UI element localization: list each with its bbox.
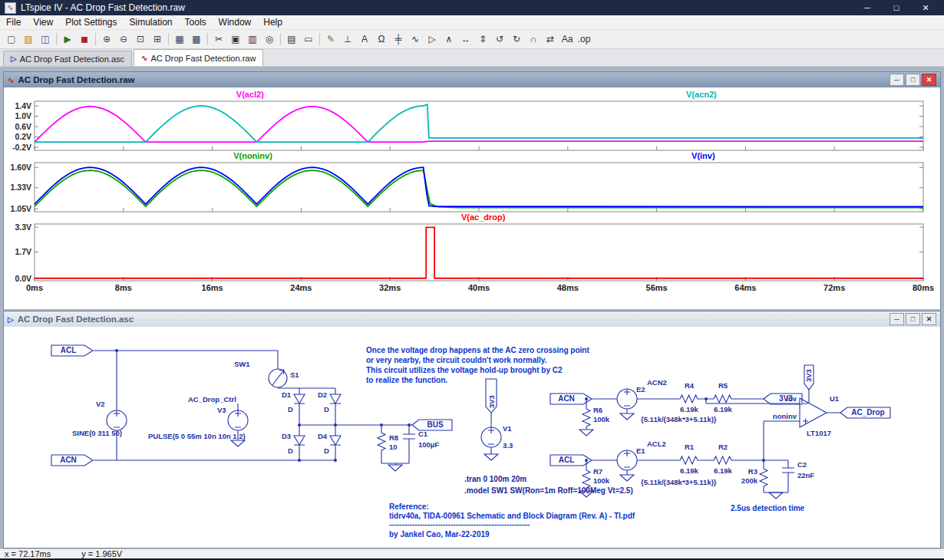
diode-d4[interactable] (330, 436, 341, 445)
waveform-window-titlebar[interactable]: ∿ AC Drop Fast Detection.raw ─ □ ✕ (4, 72, 940, 87)
halt-icon[interactable]: ◼ (76, 31, 93, 47)
d4-value: D (324, 446, 329, 455)
redo-icon[interactable]: ↻ (508, 31, 525, 47)
waveform-close-button[interactable]: ✕ (922, 74, 936, 86)
resistor-r8[interactable] (378, 430, 385, 453)
d2-value: D (324, 405, 329, 413)
resistor-r3[interactable] (760, 466, 767, 489)
schematic-close-button[interactable]: ✕ (922, 313, 936, 325)
spice-directive-icon[interactable]: .op (576, 31, 592, 47)
annotation-line-2: or very nearby, the circuit couldn't wor… (366, 356, 547, 364)
menu-window[interactable]: Window (213, 15, 258, 29)
menu-file[interactable]: File (0, 15, 27, 29)
diode-d2[interactable] (330, 394, 341, 404)
net-flag-3v3-opamp[interactable]: 3V3 (804, 365, 814, 390)
voltage-source-v1[interactable] (481, 427, 501, 447)
waveform-pane-1[interactable]: 1.4V1.0V0.6V0.2V-0.2V (4, 100, 940, 151)
diode-icon[interactable]: ▷ (424, 31, 441, 47)
switch-s1[interactable] (269, 369, 287, 387)
component-icon[interactable]: ∧ (441, 31, 457, 47)
behavioral-source-e1[interactable] (617, 450, 637, 470)
menu-plot-settings[interactable]: Plot Settings (59, 15, 123, 29)
resistor-r2[interactable] (711, 456, 734, 464)
waveform-pane-3[interactable]: 3.3V1.7V0.0V (4, 223, 940, 282)
zoom-full-icon[interactable]: ⊡ (132, 31, 149, 47)
menu-simulation[interactable]: Simulation (124, 15, 179, 29)
net-flag-ac-drop[interactable]: AC_Drop (840, 407, 890, 418)
print-icon[interactable]: ▤ (283, 31, 300, 47)
diode-d1[interactable] (294, 394, 305, 404)
zoom-in-icon[interactable]: ⊕ (98, 31, 115, 47)
menu-view[interactable]: View (27, 15, 59, 29)
undo-icon[interactable]: ↺ (491, 31, 508, 47)
mirror-icon[interactable]: ⇄ (542, 31, 559, 47)
grid-icon[interactable]: ▩ (188, 31, 205, 47)
tab-schematic[interactable]: ▷ AC Drop Fast Detection.asc (3, 51, 132, 66)
schematic-restore-button[interactable]: □ (906, 313, 920, 325)
schematic-tab-icon: ▷ (11, 54, 17, 63)
capacitor-c2[interactable] (782, 468, 794, 473)
behavioral-source-e2[interactable] (617, 389, 637, 409)
copy-icon[interactable]: ▣ (227, 31, 244, 47)
move-icon[interactable]: ↔ (457, 31, 474, 47)
net-flag-acl-left[interactable]: ACL (51, 345, 93, 356)
ground-icon[interactable]: ⊥ (339, 31, 356, 47)
voltage-source-v3[interactable] (228, 410, 248, 430)
tab-waveform[interactable]: ∿ AC Drop Fast Detection.raw (134, 49, 263, 66)
new-file-icon[interactable]: ▢ (3, 31, 20, 47)
text-icon[interactable]: Aa (559, 31, 576, 47)
autorange-icon[interactable]: ⊞ (149, 31, 166, 47)
voltage-source-v2[interactable] (107, 410, 127, 430)
save-file-icon[interactable]: ◫ (37, 31, 54, 47)
waveform-restore-button[interactable]: □ (906, 74, 920, 86)
minimize-button[interactable]: ─ (857, 3, 878, 12)
resistor-icon[interactable]: Ω (373, 31, 390, 47)
close-button[interactable]: ✕ (915, 3, 936, 13)
print-preview-icon[interactable]: ▭ (300, 31, 317, 47)
zoom-out-icon[interactable]: ⊖ (115, 31, 132, 47)
net-flag-3v3-v1[interactable]: 3V3 (486, 379, 497, 413)
trace-label-vacdrop[interactable]: V(ac_drop) (461, 212, 505, 222)
rotate-icon[interactable]: ∩ (525, 31, 542, 47)
diode-d3[interactable] (294, 436, 305, 445)
menu-tools[interactable]: Tools (179, 15, 213, 29)
waveform-pane-2[interactable]: 1.60V1.33V1.05V (4, 162, 940, 212)
net-label-icon[interactable]: A (356, 31, 373, 47)
schematic-canvas[interactable]: ACL ACN BUS ACN (4, 327, 940, 545)
net-label-acl: ACL (61, 346, 77, 354)
trace-label-vacn2[interactable]: V(acn2) (686, 90, 717, 99)
schematic-minimize-button[interactable]: ─ (890, 313, 904, 325)
pane2-trace-labels: V(noninv)V(inv) (4, 151, 940, 162)
svg-text:1.4V: 1.4V (15, 101, 31, 110)
trace-label-vacl2[interactable]: V(acl2) (236, 90, 264, 99)
run-icon[interactable]: ▶ (59, 31, 76, 47)
resistor-r6[interactable] (583, 407, 590, 430)
resistor-r4[interactable] (678, 395, 701, 403)
capacitor-icon[interactable]: ╪ (390, 31, 407, 47)
open-file-icon[interactable]: ▨ (20, 31, 37, 47)
trace-label-vinv[interactable]: V(inv) (691, 151, 715, 160)
schematic-window-titlebar[interactable]: ▷ AC Drop Fast Detection.asc ─ □ ✕ (4, 311, 940, 327)
drag-icon[interactable]: ⇕ (474, 31, 491, 47)
tab-schematic-label: AC Drop Fast Detection.asc (20, 54, 124, 64)
net-flag-acn-left[interactable]: ACN (51, 455, 93, 466)
cut-icon[interactable]: ✂ (210, 31, 227, 47)
opamp-u1[interactable] (800, 398, 827, 427)
resistor-r5[interactable] (711, 395, 734, 403)
maximize-button[interactable]: □ (886, 3, 907, 12)
waveform-tab-icon: ∿ (141, 54, 147, 62)
menu-help[interactable]: Help (257, 15, 289, 29)
resistor-r1[interactable] (678, 456, 701, 464)
reference-line-1: Reference: (389, 502, 429, 511)
find-icon[interactable]: ◎ (261, 31, 278, 47)
inductor-icon[interactable]: ∿ (407, 31, 424, 47)
capacitor-c1[interactable] (403, 434, 415, 439)
net-flag-bus[interactable]: BUS (412, 420, 452, 430)
draw-wire-icon[interactable]: ✎ (322, 31, 339, 47)
plot-settings-icon[interactable]: ▦ (171, 31, 188, 47)
paste-icon[interactable]: ▥ (244, 31, 261, 47)
waveform-minimize-button[interactable]: ─ (890, 74, 904, 86)
r6-ref: R6 (593, 406, 602, 414)
trace-label-vnoninv[interactable]: V(noninv) (233, 151, 272, 160)
waveform-window-icon: ∿ (8, 76, 14, 84)
